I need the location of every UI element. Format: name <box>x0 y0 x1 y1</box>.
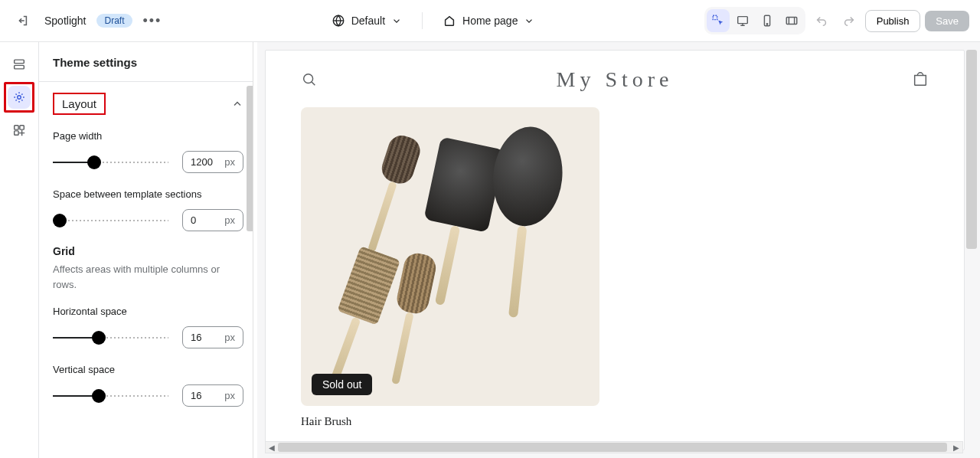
svg-rect-5 <box>786 18 797 25</box>
vertical-space-label: Vertical space <box>53 364 243 375</box>
space-between-setting: Space between template sections 0 px <box>39 184 257 233</box>
svg-point-12 <box>304 74 313 83</box>
svg-point-4 <box>766 24 767 25</box>
inspector-mode-button[interactable] <box>707 9 730 32</box>
mobile-preview-button[interactable] <box>756 9 779 32</box>
rail-settings-highlight <box>4 82 34 113</box>
preview-frame: My Store <box>265 50 965 450</box>
publish-button[interactable]: Publish <box>865 10 921 32</box>
viewport-preset-label: Default <box>351 15 385 27</box>
storefront-header: My Store <box>266 51 964 100</box>
preview-pane: My Store <box>257 42 980 458</box>
rail-theme-settings-button[interactable] <box>8 86 31 109</box>
svg-rect-1 <box>713 15 717 19</box>
undo-button[interactable] <box>810 9 833 32</box>
horizontal-space-setting: Horizontal space 16 px <box>39 301 257 350</box>
svg-point-8 <box>18 96 21 100</box>
preview-vertical-scrollbar[interactable] <box>966 50 977 435</box>
vertical-space-input[interactable]: 16 px <box>182 384 243 407</box>
topbar: Spotlight Draft ••• Default Home page <box>0 0 980 42</box>
space-between-label: Space between template sections <box>53 188 243 200</box>
rail-sections-button[interactable] <box>8 53 31 76</box>
fullwidth-preview-button[interactable] <box>780 9 803 32</box>
redo-button[interactable] <box>838 9 861 32</box>
sold-out-badge: Sold out <box>312 374 372 395</box>
scroll-right-arrow[interactable]: ▶ <box>950 442 962 453</box>
svg-rect-9 <box>15 126 18 129</box>
svg-rect-7 <box>15 65 24 69</box>
space-between-slider[interactable] <box>53 214 168 227</box>
chevron-down-icon <box>391 15 402 26</box>
product-name: Hair Brush <box>301 415 599 428</box>
device-mode-group <box>704 7 805 34</box>
search-icon[interactable] <box>301 71 318 88</box>
cart-icon[interactable] <box>912 71 929 88</box>
chevron-up-icon <box>231 98 243 110</box>
product-card[interactable]: Sold out Hair Brush <box>301 107 599 428</box>
exit-editor-button[interactable] <box>11 9 34 32</box>
more-actions-button[interactable]: ••• <box>143 13 162 29</box>
page-width-setting: Page width 1200 px <box>39 126 257 175</box>
sidebar-title: Theme settings <box>39 42 257 82</box>
svg-rect-11 <box>15 131 18 135</box>
left-rail <box>0 42 39 458</box>
draft-badge: Draft <box>96 14 132 28</box>
chevron-down-icon <box>524 15 534 26</box>
theme-name: Spotlight <box>44 15 86 27</box>
svg-rect-6 <box>15 60 24 64</box>
layout-section-toggle[interactable]: Layout <box>39 82 257 126</box>
page-selector-dropdown[interactable]: Home page <box>436 11 541 31</box>
grid-group: Grid Affects areas with multiple columns… <box>39 233 257 301</box>
store-title: My Store <box>557 67 674 92</box>
viewport-preset-dropdown[interactable]: Default <box>325 11 408 31</box>
save-button[interactable]: Save <box>925 11 969 31</box>
space-between-input[interactable]: 0 px <box>182 209 243 231</box>
page-width-input[interactable]: 1200 px <box>182 151 243 173</box>
horizontal-space-label: Horizontal space <box>53 306 243 317</box>
scroll-left-arrow[interactable]: ◀ <box>266 442 278 453</box>
preview-horizontal-scrollbar[interactable]: ◀ ▶ <box>265 441 963 453</box>
vertical-space-slider[interactable] <box>53 389 168 403</box>
grid-header: Grid <box>53 245 243 257</box>
horizontal-space-input[interactable]: 16 px <box>182 326 243 348</box>
product-image: Sold out <box>301 107 599 406</box>
svg-rect-10 <box>20 126 24 129</box>
page-width-label: Page width <box>53 130 243 142</box>
horizontal-space-slider[interactable] <box>53 331 168 345</box>
grid-description: Affects areas with multiple columns or r… <box>53 262 243 292</box>
page-width-slider[interactable] <box>53 155 168 169</box>
layout-section-title: Layout <box>53 93 106 115</box>
svg-rect-2 <box>737 17 747 24</box>
main-area: Theme settings Layout Page width 1200 px <box>0 42 980 458</box>
page-selector-label: Home page <box>462 15 518 27</box>
rail-apps-button[interactable] <box>8 119 31 142</box>
divider <box>422 12 423 29</box>
vertical-space-setting: Vertical space 16 px <box>39 359 257 408</box>
desktop-preview-button[interactable] <box>731 9 754 32</box>
theme-settings-sidebar: Theme settings Layout Page width 1200 px <box>39 42 257 458</box>
